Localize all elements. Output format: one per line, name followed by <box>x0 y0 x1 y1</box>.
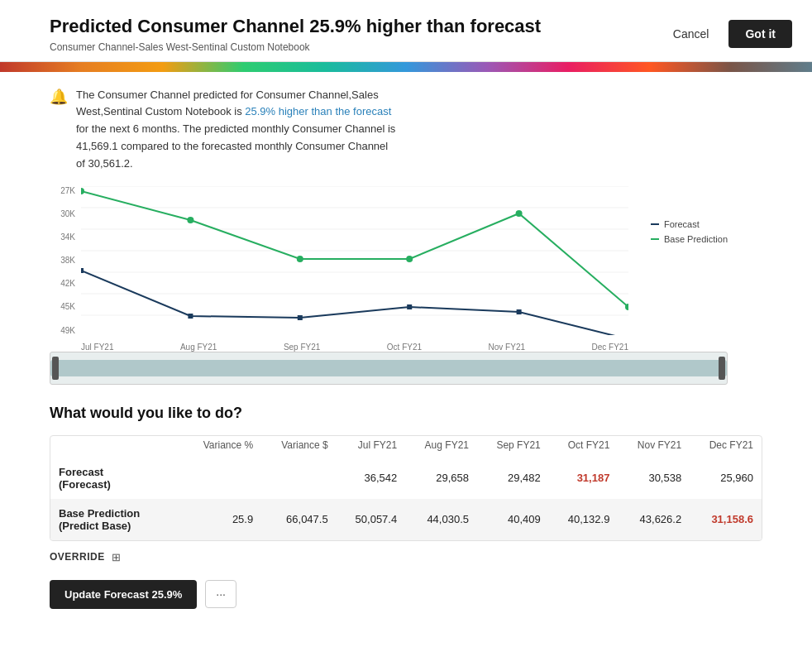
legend-prediction: Base Prediction <box>651 234 728 244</box>
svg-rect-8 <box>188 314 193 319</box>
svg-point-14 <box>187 217 193 223</box>
row-nov-prediction: 43,626.2 <box>618 499 690 540</box>
row-aug-forecast: 29,658 <box>405 458 477 499</box>
col-header-jul: Jul FY21 <box>337 436 406 458</box>
row-variance-usd-forecast <box>261 458 336 499</box>
x-label-sep: Sep FY21 <box>284 343 320 352</box>
y-axis: 49K 45K 42K 38K 34K 30K 27K <box>50 186 79 335</box>
data-table: Variance % Variance $ Jul FY21 Aug FY21 … <box>50 436 762 540</box>
row-oct-forecast: 31,187 <box>549 458 619 499</box>
svg-point-16 <box>406 256 413 262</box>
svg-rect-10 <box>407 304 412 309</box>
scrollbar-handle-right[interactable] <box>719 357 725 380</box>
svg-point-13 <box>81 188 84 194</box>
data-table-wrapper: Variance % Variance $ Jul FY21 Aug FY21 … <box>50 435 762 541</box>
forecast-legend-label: Forecast <box>664 219 700 229</box>
chart-svg-wrapper <box>81 186 628 335</box>
x-label-oct: Oct FY21 <box>387 343 422 352</box>
prediction-legend-label: Base Prediction <box>664 234 728 244</box>
row-nov-forecast: 30,538 <box>618 458 690 499</box>
chart-container: 49K 45K 42K 38K 34K 30K 27K <box>50 186 728 352</box>
page-title: Predicted Consumer Channel 25.9% higher … <box>50 15 662 39</box>
row-name-forecast: Forecast(Forecast) <box>50 458 183 499</box>
table-row-forecast: Forecast(Forecast) 36,542 29,658 29,482 … <box>50 458 762 499</box>
highlight-text: 25.9% higher than the forecast <box>245 105 391 117</box>
main-content: 🔔 The Consumer Channel predicted for Con… <box>0 72 812 625</box>
chart-area: 49K 45K 42K 38K 34K 30K 27K <box>50 186 762 385</box>
alert-icon: 🔔 <box>50 88 68 106</box>
override-icon: ⊞ <box>112 551 121 563</box>
row-name-prediction: Base Prediction(Predict Base) <box>50 499 183 540</box>
row-dec-prediction: 31,158.6 <box>690 499 762 540</box>
legend-forecast: Forecast <box>651 219 728 229</box>
y-label-34k: 34K <box>50 232 79 242</box>
chart-scrollbar[interactable] <box>50 352 728 385</box>
scrollbar-track <box>50 360 727 376</box>
forecast-dot <box>651 223 659 225</box>
section-title: What would you like to do? <box>50 405 762 422</box>
row-variance-usd-prediction: 66,047.5 <box>261 499 336 540</box>
svg-point-17 <box>516 210 523 217</box>
row-jul-prediction: 50,057.4 <box>337 499 406 540</box>
col-header-name <box>50 436 183 458</box>
more-options-button[interactable]: ··· <box>205 580 236 608</box>
override-row: OVERRIDE ⊞ <box>50 551 762 563</box>
page-subtitle: Consumer Channel-Sales West-Sentinal Cus… <box>50 41 662 53</box>
table-header-row: Variance % Variance $ Jul FY21 Aug FY21 … <box>50 436 762 458</box>
y-label-45k: 45K <box>50 302 79 311</box>
row-aug-prediction: 44,030.5 <box>405 499 477 540</box>
x-label-aug: Aug FY21 <box>180 343 217 352</box>
svg-point-15 <box>297 256 303 262</box>
action-row: Update Forecast 25.9% ··· <box>50 580 762 609</box>
col-header-dec: Dec FY21 <box>690 436 762 458</box>
row-dec-forecast: 25,960 <box>690 458 762 499</box>
prediction-dot <box>651 238 659 240</box>
x-axis: Jul FY21 Aug FY21 Sep FY21 Oct FY21 Nov … <box>81 343 628 352</box>
svg-rect-7 <box>81 268 84 273</box>
svg-rect-9 <box>298 315 303 320</box>
col-header-variance-usd: Variance $ <box>261 436 336 458</box>
col-header-nov: Nov FY21 <box>618 436 690 458</box>
col-header-sep: Sep FY21 <box>477 436 549 458</box>
insight-box: 🔔 The Consumer Channel predicted for Con… <box>50 87 397 173</box>
scrollbar-handle-left[interactable] <box>52 357 59 380</box>
x-label-jul: Jul FY21 <box>81 343 113 352</box>
cancel-button[interactable]: Cancel <box>662 21 721 47</box>
y-label-38k: 38K <box>50 256 79 265</box>
banner-image <box>0 62 812 72</box>
chart-svg <box>81 186 628 335</box>
table-row-prediction: Base Prediction(Predict Base) 25.9 66,04… <box>50 499 762 540</box>
y-label-30k: 30K <box>50 209 79 218</box>
row-variance-pct-prediction: 25.9 <box>183 499 261 540</box>
y-label-42k: 42K <box>50 279 79 288</box>
page-header: Predicted Consumer Channel 25.9% higher … <box>0 0 812 62</box>
row-jul-forecast: 36,542 <box>337 458 406 499</box>
header-buttons: Cancel Got it <box>662 15 792 48</box>
chart-legend: Forecast Base Prediction <box>651 219 728 244</box>
row-oct-prediction: 40,132.9 <box>549 499 619 540</box>
svg-rect-11 <box>517 309 522 314</box>
x-label-dec: Dec FY21 <box>592 343 628 352</box>
row-variance-pct-forecast <box>183 458 261 499</box>
gotit-button[interactable]: Got it <box>728 20 792 48</box>
y-label-27k: 27K <box>50 186 79 195</box>
header-left: Predicted Consumer Channel 25.9% higher … <box>50 15 662 53</box>
update-forecast-button[interactable]: Update Forecast 25.9% <box>50 580 197 609</box>
row-sep-prediction: 40,409 <box>477 499 549 540</box>
y-label-49k: 49K <box>50 326 79 335</box>
x-label-nov: Nov FY21 <box>489 343 525 352</box>
col-header-aug: Aug FY21 <box>405 436 477 458</box>
row-sep-forecast: 29,482 <box>477 458 549 499</box>
insight-text: The Consumer Channel predicted for Consu… <box>76 87 397 173</box>
col-header-oct: Oct FY21 <box>549 436 619 458</box>
override-label: OVERRIDE <box>50 551 105 563</box>
col-header-variance-pct: Variance % <box>183 436 261 458</box>
